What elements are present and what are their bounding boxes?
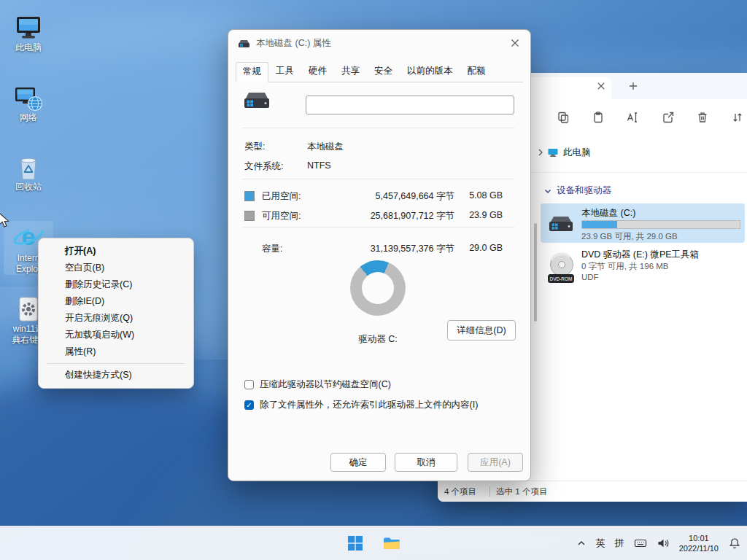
details-button[interactable]: 详细信息(D)	[447, 320, 516, 341]
capacity-donut	[350, 260, 406, 316]
status-divider	[489, 486, 490, 497]
tab-tools[interactable]: 工具	[268, 61, 301, 82]
tab-close-icon[interactable]	[595, 80, 607, 92]
separator	[243, 179, 514, 179]
language-indicator[interactable]: 英	[596, 537, 605, 550]
close-icon[interactable]	[510, 38, 520, 48]
menu-item-no-addons[interactable]: 无加载项启动(W)	[42, 327, 190, 343]
free-space-row: 可用空间: 25,681,907,712 字节 23.9 GB	[244, 210, 514, 222]
keyboard-icon[interactable]	[634, 537, 647, 550]
compress-checkbox-label: 压缩此驱动器以节约磁盘空间(C)	[260, 378, 391, 391]
separator	[243, 128, 514, 128]
menu-item-delete-ie[interactable]: 删除IE(D)	[42, 293, 190, 310]
rename-icon[interactable]	[626, 111, 639, 124]
hard-drive-icon	[547, 209, 575, 237]
recycle-bin-icon	[4, 149, 53, 182]
tab-sharing[interactable]: 共享	[334, 61, 367, 82]
taskbar: 英 拼 10:01 2022/11/10	[0, 526, 747, 560]
menu-separator	[47, 363, 185, 364]
compress-checkbox-row[interactable]: 压缩此驱动器以节约磁盘空间(C)	[244, 378, 514, 391]
dvd-rom-icon: DVD-ROM	[547, 252, 576, 287]
tab-quota[interactable]: 配额	[460, 61, 493, 82]
dvd-filesystem: UDF	[581, 273, 599, 281]
capacity-size: 29.0 GB	[469, 243, 503, 253]
scrollbar-thumb[interactable]	[534, 223, 537, 322]
clock-date: 2022/11/10	[679, 543, 719, 553]
taskbar-clock[interactable]: 10:01 2022/11/10	[679, 533, 719, 553]
group-header-label: 设备和驱动器	[557, 184, 611, 197]
type-value: 本地磁盘	[307, 141, 344, 153]
this-pc-small-icon	[547, 147, 559, 158]
dialog-title-bar[interactable]: 本地磁盘 (C:) 属性	[228, 30, 530, 56]
desktop-icon-label: 网络	[4, 112, 53, 123]
copy-icon[interactable]	[557, 111, 570, 124]
index-checkbox[interactable]: ✓	[244, 400, 254, 410]
svg-text:e: e	[22, 222, 36, 250]
share-icon[interactable]	[662, 111, 675, 124]
tab-hardware[interactable]: 硬件	[301, 61, 334, 82]
used-space-row: 已用空间: 5,457,649,664 字节 5.08 GB	[244, 190, 514, 202]
explorer-status-bar: 4 个项目 选中 1 个项目	[438, 481, 747, 502]
desktop-icon-recycle-bin[interactable]: 回收站	[4, 149, 53, 192]
menu-item-properties[interactable]: 属性(R)	[42, 343, 190, 360]
filesystem-value: NTFS	[307, 160, 331, 171]
filesystem-row: 文件系统: NTFS	[244, 160, 514, 172]
drive-caption: 驱动器 C:	[338, 333, 418, 346]
drive-usage-fill	[582, 221, 617, 228]
this-pc-icon	[4, 10, 53, 42]
ok-button[interactable]: 确定	[330, 453, 386, 472]
separator	[243, 227, 514, 228]
dvd-drive-item[interactable]: DVD-ROM DVD 驱动器 (E:) 微PE工具箱 0 字节 可用, 共 1…	[541, 246, 745, 288]
used-color-swatch	[244, 191, 255, 201]
cancel-button[interactable]: 取消	[395, 453, 457, 472]
menu-item-inprivate[interactable]: 开启无痕浏览(Q)	[42, 310, 190, 327]
drive-usage-bar	[581, 220, 740, 229]
nav-pane-scrollbar[interactable]	[533, 183, 538, 474]
disk-properties-dialog: 本地磁盘 (C:) 属性 常规 工具 硬件 共享 安全 以前的版本 配额	[228, 29, 531, 481]
capacity-bytes: 31,139,557,376 字节	[371, 243, 454, 255]
group-header-devices[interactable]: 设备和驱动器	[543, 184, 611, 197]
desktop-icon-label: 此电脑	[4, 42, 53, 53]
breadcrumb[interactable]: 此电脑	[563, 147, 591, 159]
used-size: 5.08 GB	[469, 190, 503, 201]
type-row: 类型: 本地磁盘	[244, 141, 514, 152]
chevron-down-icon	[543, 187, 552, 195]
tray-chevron-icon[interactable]	[576, 538, 587, 548]
desktop-icon-this-pc[interactable]: 此电脑	[4, 10, 53, 53]
new-tab-icon[interactable]	[627, 80, 639, 92]
tab-previous-versions[interactable]: 以前的版本	[400, 61, 460, 82]
volume-label-input[interactable]	[306, 96, 514, 114]
notification-bell-icon[interactable]	[728, 537, 741, 550]
drive-body-icon	[243, 88, 271, 110]
paste-icon[interactable]	[592, 111, 605, 124]
index-checkbox-row[interactable]: ✓ 除了文件属性外，还允许索引此驱动器上文件的内容(I)	[244, 398, 514, 411]
system-tray: 英 拼 10:01 2022/11/10	[576, 526, 741, 560]
speaker-icon[interactable]	[657, 537, 670, 550]
desktop-icon-network[interactable]: 网络	[4, 80, 53, 123]
start-button[interactable]	[342, 530, 368, 556]
menu-item-blank-page[interactable]: 空白页(B)	[42, 260, 190, 276]
ime-indicator[interactable]: 拼	[615, 537, 624, 550]
menu-item-create-shortcut[interactable]: 创建快捷方式(S)	[42, 367, 190, 384]
delete-icon[interactable]	[696, 111, 709, 124]
folder-icon	[382, 534, 401, 553]
sort-icon[interactable]	[731, 111, 744, 124]
desktop-screen: 此电脑 网络 回收站 e	[0, 0, 747, 560]
tab-security[interactable]: 安全	[367, 61, 400, 82]
dvd-name: DVD 驱动器 (E:) 微PE工具箱	[581, 249, 699, 261]
desktop-icon-label: 回收站	[4, 182, 53, 192]
type-label: 类型:	[244, 141, 265, 153]
free-label: 可用空间:	[262, 210, 301, 222]
compress-checkbox[interactable]	[244, 380, 254, 389]
drive-name: 本地磁盘 (C:)	[581, 207, 635, 219]
context-menu: 打开(A) 空白页(B) 删除历史记录(C) 删除IE(D) 开启无痕浏览(Q)…	[38, 238, 194, 389]
status-selected-count: 选中 1 个项目	[496, 486, 547, 497]
menu-item-open[interactable]: 打开(A)	[42, 243, 190, 260]
network-icon	[4, 80, 53, 112]
file-explorer-taskbar-button[interactable]	[379, 530, 405, 556]
drive-c-item[interactable]: 本地磁盘 (C:) 23.9 GB 可用, 共 29.0 GB	[541, 203, 745, 243]
dialog-body: 类型: 本地磁盘 文件系统: NTFS 已用空间: 5,457,649,664 …	[228, 82, 530, 481]
apply-button: 应用(A)	[468, 453, 523, 472]
tab-general[interactable]: 常规	[236, 62, 268, 82]
menu-item-delete-history[interactable]: 删除历史记录(C)	[42, 276, 190, 293]
